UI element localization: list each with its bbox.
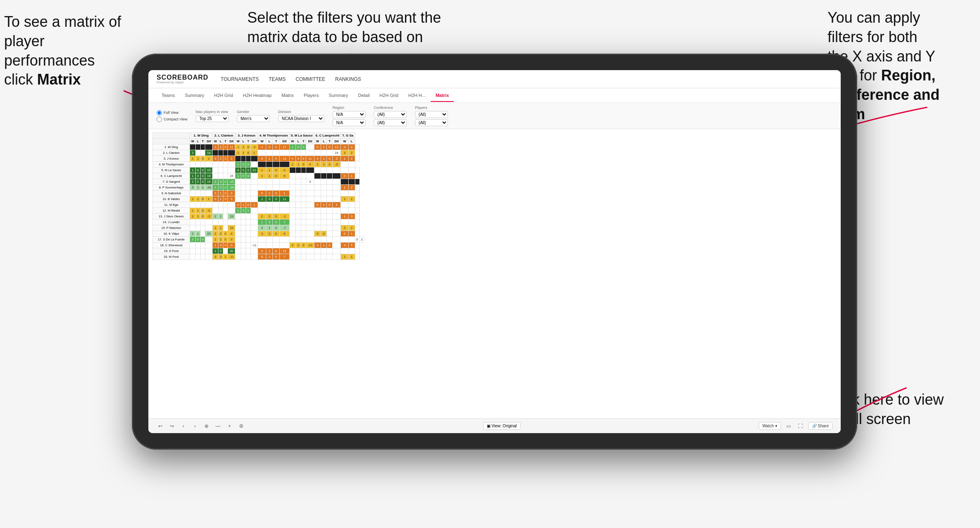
cell-r1-c7-1: 2	[349, 144, 355, 150]
cell-r9-c2-1: 1	[218, 191, 223, 196]
nav-item-rankings[interactable]: RANKINGS	[335, 76, 361, 82]
sh-6-w: W	[314, 139, 321, 144]
tab-teams[interactable]: Teams	[157, 90, 180, 102]
players-filter: Players (All) (All)	[415, 106, 448, 126]
share-button[interactable]: 🔗 Share	[808, 422, 832, 430]
cell-r8-c1-0: 5	[190, 185, 196, 191]
fullscreen-icon[interactable]: ⛶	[797, 422, 804, 430]
annotation-top-center: Select the filters you want the matrix d…	[247, 8, 445, 47]
cell-r16-c2-0: 2	[213, 231, 218, 237]
tab-h2h-heatmap[interactable]: H2H Heatmap	[238, 90, 277, 102]
cell-r12-c6-2	[327, 208, 333, 214]
cell-r12-c2-0	[213, 208, 218, 214]
zoom-out-icon[interactable]: —	[214, 422, 222, 430]
tab-h2h-grid2[interactable]: H2H Grid	[375, 90, 403, 102]
settings-icon[interactable]: ⚙	[237, 422, 245, 430]
watch-button[interactable]: Watch ▾	[759, 422, 781, 430]
compact-view-radio[interactable]: Compact View	[157, 117, 188, 122]
cell-r10-c7-1: 1	[349, 196, 355, 202]
nav-item-committee[interactable]: COMMITTEE	[295, 76, 325, 82]
cell-r11-c5-2	[301, 202, 306, 208]
table-row: 4. M Thorbjornsen1001100110-6	[153, 162, 364, 167]
cell-r3-c5-1: 4	[296, 156, 301, 162]
cell-r1-c4-3: 17	[279, 144, 289, 150]
row-label-20: 20. M Ford	[153, 254, 190, 260]
cell-r1-c6-3: 13	[333, 144, 341, 150]
cell-r4-c1-0	[190, 162, 196, 167]
cell-r5-c5-3	[306, 167, 314, 173]
division-label: Division	[278, 110, 324, 114]
cell-r20-c6-0	[314, 254, 321, 260]
conference-select1[interactable]: (All)	[374, 111, 407, 118]
view-original-button[interactable]: ▣ View: Original	[483, 422, 520, 430]
annotation-tl-line3-bold: Matrix	[37, 71, 81, 88]
cell-r14-c5-2	[301, 219, 306, 225]
cell-r15-c5-2	[301, 225, 306, 231]
full-view-input[interactable]	[157, 110, 162, 116]
tab-h2h-h[interactable]: H2H H...	[403, 90, 431, 102]
compact-view-input[interactable]	[157, 117, 162, 122]
cell-r17-c6-3	[333, 237, 341, 243]
cell-r7-c2-1: 0	[218, 179, 223, 185]
nav-item-teams[interactable]: TEAMS	[269, 76, 286, 82]
cell-r16-c6-0: 0	[314, 231, 321, 237]
cell-r15-c2-3: 19	[228, 225, 235, 231]
division-select[interactable]: NCAA Division I	[278, 115, 324, 122]
conference-select2[interactable]: (All)	[374, 119, 407, 126]
annotation-tl-line2: player performances	[4, 33, 95, 69]
tab-detail[interactable]: Detail	[353, 90, 375, 102]
nav-item-tournaments[interactable]: TOURNAMENTS	[221, 76, 259, 82]
max-players-select[interactable]: Top 25	[196, 115, 229, 122]
cell-r8-c4-1	[266, 185, 273, 191]
cell-r10-c5-2	[301, 196, 306, 202]
row-label-7: 7. G Sargent	[153, 179, 190, 185]
cell-r7-c4-1	[266, 179, 273, 185]
cell-r17-c2-0: 1	[213, 237, 218, 243]
cell-r17-c7-3: 2	[359, 237, 364, 243]
row-label-14: 14. J Lundin	[153, 219, 190, 225]
cell-r1-c3-0: 1	[235, 144, 241, 150]
tab-matrix-active[interactable]: Matrix	[431, 90, 454, 102]
forward-icon[interactable]: ›	[191, 422, 199, 430]
cell-r15-c1-0	[190, 225, 196, 231]
tab-summary[interactable]: Summary	[180, 90, 209, 102]
cell-r1-c2-3: 11	[228, 144, 235, 150]
cell-r10-c5-3	[306, 196, 314, 202]
cell-r4-c3-0: 1	[235, 162, 241, 167]
redo-icon[interactable]: ↪	[168, 422, 176, 430]
cell-r4-c6-3: -6	[333, 162, 341, 167]
back-icon[interactable]: ‹	[180, 422, 187, 430]
undo-icon[interactable]: ↩	[157, 422, 164, 430]
tab-h2h-grid[interactable]: H2H Grid	[209, 90, 238, 102]
players-select2[interactable]: (All)	[415, 119, 448, 126]
cell-r9-c1-1	[196, 191, 201, 196]
cell-r7-c6-2	[327, 179, 333, 185]
region-select2[interactable]: N/A	[333, 119, 366, 126]
gender-select[interactable]: Men's	[237, 115, 270, 122]
tab-matrix-left[interactable]: Matrix	[277, 90, 299, 102]
cursor-icon[interactable]: ⊕	[203, 422, 210, 430]
zoom-in-icon[interactable]: +	[226, 422, 233, 430]
cell-r10-c1-2: 0	[200, 196, 205, 202]
toolbar-right: Watch ▾ ▭ ⛶ 🔗 Share	[759, 422, 832, 430]
cell-r18-c4-0	[258, 243, 266, 248]
cell-r5-c3-2: 0	[246, 167, 251, 173]
tv-icon[interactable]: ▭	[785, 422, 792, 430]
cell-r7-c7-2	[355, 179, 359, 185]
players-select1[interactable]: (All)	[415, 111, 448, 118]
sh-6-dif: Dif	[333, 139, 341, 144]
cell-r5-c3-3: 11	[251, 167, 258, 173]
full-view-radio[interactable]: Full View	[157, 110, 188, 116]
cell-r20-c3-2	[246, 254, 251, 260]
toolbar-center: ▣ View: Original	[483, 422, 520, 430]
cell-r4-c4-0	[258, 162, 266, 167]
cell-r10-c2-0: 0	[213, 196, 218, 202]
cell-r1-c1-1	[196, 144, 201, 150]
tab-players[interactable]: Players	[299, 90, 324, 102]
region-select1[interactable]: N/A	[333, 111, 366, 118]
cell-r15-c5-3	[306, 225, 314, 231]
cell-r12-c1-1: 1	[196, 208, 201, 214]
tab-summary2[interactable]: Summary	[324, 90, 353, 102]
cell-r2-c6-1	[321, 150, 327, 156]
cell-r16-c1-3: 25	[205, 231, 213, 237]
